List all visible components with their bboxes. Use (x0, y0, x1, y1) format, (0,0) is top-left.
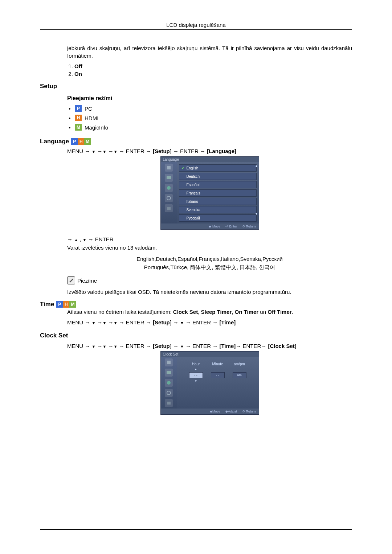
clock-minute-label: Minute (212, 362, 223, 366)
mode-magicinfo: • M MagicInfo (67, 124, 352, 131)
osd-footer: ◆Move ◆Adjust ⟲ Return (161, 409, 259, 414)
svg-rect-9 (167, 402, 171, 405)
osd-footer-enter: ⏎ Enter (225, 225, 237, 228)
p-icon: P (75, 105, 82, 112)
intro-paragraph: jebkurā divu skaļruņu, arī televizora ie… (67, 44, 352, 59)
clock-minute-value[interactable]: - - (211, 372, 225, 378)
m-icon: M (75, 124, 82, 131)
osd-scrollbar[interactable]: ▲ ▼ (255, 164, 258, 216)
osd-clockset-menu: Clock Set Hour ▲ (160, 351, 259, 415)
osd-footer-move: ◆ Move (209, 225, 220, 228)
clock-hour-label: Hour (192, 362, 200, 366)
osd-sidebar-icon (165, 389, 173, 397)
bullet-icon: • (67, 115, 72, 121)
language-nav-1: MENU → ▼ →▼ →▼ → ENTER → [Setup] → ENTER… (67, 148, 352, 154)
mode-pc-label: PC (85, 106, 92, 112)
mode-pc: • P PC (67, 105, 352, 112)
osd-sidebar-icon (165, 399, 173, 407)
language-choose-text: Varat izvēlēties vienu no 13 valodām. (67, 244, 352, 251)
time-heading: Time (40, 301, 54, 308)
osd-footer-return: ⟲ Return (242, 225, 256, 228)
osd-sidebar-icon (165, 369, 173, 377)
clock-hour-col[interactable]: Hour ▲ - - ▼ (189, 362, 203, 383)
osd-footer-adjust: ◆Adjust (225, 410, 237, 413)
svg-rect-1 (167, 176, 171, 179)
m-icon: M (84, 138, 91, 145)
mode-magicinfo-label: MagicInfo (85, 124, 108, 131)
scroll-up-icon[interactable]: ▲ (255, 164, 258, 168)
osd-item-francais[interactable]: Français (179, 189, 257, 197)
svg-point-8 (167, 391, 171, 395)
svg-rect-6 (167, 371, 171, 374)
clock-hour-value[interactable]: - - (189, 372, 203, 378)
osd-sidebar-icon (165, 379, 173, 387)
language-heading: Language (40, 138, 69, 145)
p-icon: P (56, 301, 63, 308)
osd-sidebar-icon (165, 184, 173, 192)
modes-heading: Pieejamie režīmi (67, 95, 352, 102)
clock-ampm-col[interactable]: am/pm ▲ am ▼ (233, 362, 246, 383)
page-header: LCD displeja regulēšana (40, 22, 352, 28)
time-nav: MENU → ▼ →▼ →▼ → ENTER → [Setup] → ▼ → E… (67, 319, 352, 325)
svg-point-3 (167, 196, 171, 200)
osd-language-menu: Language ✔English Deutsch Español França… (160, 156, 259, 230)
svg-point-7 (167, 381, 171, 385)
setup-heading: Setup (40, 83, 352, 90)
bullet-icon: • (67, 106, 72, 112)
language-nav-2: → ▲ , ▼ → ENTER (67, 236, 352, 242)
svg-rect-4 (167, 207, 171, 210)
osd-item-russian[interactable]: Русский (179, 214, 257, 222)
svg-point-2 (167, 186, 171, 190)
osd-item-english[interactable]: ✔English (179, 164, 257, 172)
time-intro: Atlasa vienu no četriem laika iestatījum… (67, 308, 352, 316)
clockset-nav: MENU → ▼ →▼ →▼ → ENTER → [Setup] → ▼ → E… (67, 343, 352, 349)
option-on: On (74, 71, 352, 77)
svg-rect-5 (167, 361, 171, 364)
h-icon: H (75, 115, 82, 121)
h-icon: H (63, 301, 69, 308)
mode-hdmi: • H HDMI (67, 115, 352, 121)
note-text: Izvēlēto valodu pielāgos tikai OSD. Tā n… (67, 288, 352, 296)
bullet-icon: • (67, 124, 72, 131)
p-icon: P (71, 138, 78, 145)
clock-ampm-label: am/pm (234, 362, 245, 366)
osd-item-italiano[interactable]: Italiano (179, 198, 257, 205)
note-label: Piezīme (77, 278, 97, 284)
h-icon: H (78, 138, 84, 145)
svg-rect-0 (167, 166, 171, 169)
scroll-down-icon[interactable]: ▼ (255, 212, 258, 216)
osd-footer: ◆ Move ⏎ Enter ⟲ Return (161, 223, 259, 229)
language-list: English,Deutsch,Español,Français,Italian… (67, 255, 352, 271)
osd-title: Language (161, 157, 259, 162)
osd-item-espanol[interactable]: Español (179, 181, 257, 188)
arrow-up-icon[interactable]: ▲ (195, 368, 197, 371)
osd-sidebar-icon (165, 194, 173, 202)
clock-minute-col[interactable]: Minute ▲ - - ▼ (211, 362, 225, 383)
osd-sidebar-icon (165, 174, 173, 182)
bottom-rule (40, 529, 352, 530)
osd-sidebar (161, 162, 177, 223)
osd-sidebar (161, 357, 177, 409)
osd-sidebar-icon (165, 164, 173, 172)
check-icon: ✔ (181, 166, 184, 170)
clockset-heading: Clock Set (40, 332, 352, 339)
arrow-down-icon[interactable]: ▼ (195, 379, 197, 383)
osd-sidebar-icon (165, 204, 173, 212)
osd-footer-move: ◆Move (210, 410, 220, 413)
option-off: Off (74, 63, 352, 69)
top-rule (40, 29, 352, 30)
note-icon (67, 276, 75, 284)
mode-hdmi-label: HDMI (85, 115, 98, 121)
clock-ampm-value[interactable]: am (233, 372, 246, 378)
osd-footer-return: ⟲ Return (242, 410, 256, 413)
osd-sidebar-icon (165, 358, 173, 366)
m-icon: M (69, 301, 76, 308)
osd-item-svenska[interactable]: Svenska (179, 206, 257, 213)
osd-item-deutsch[interactable]: Deutsch (179, 173, 257, 180)
osd-title: Clock Set (161, 352, 259, 357)
